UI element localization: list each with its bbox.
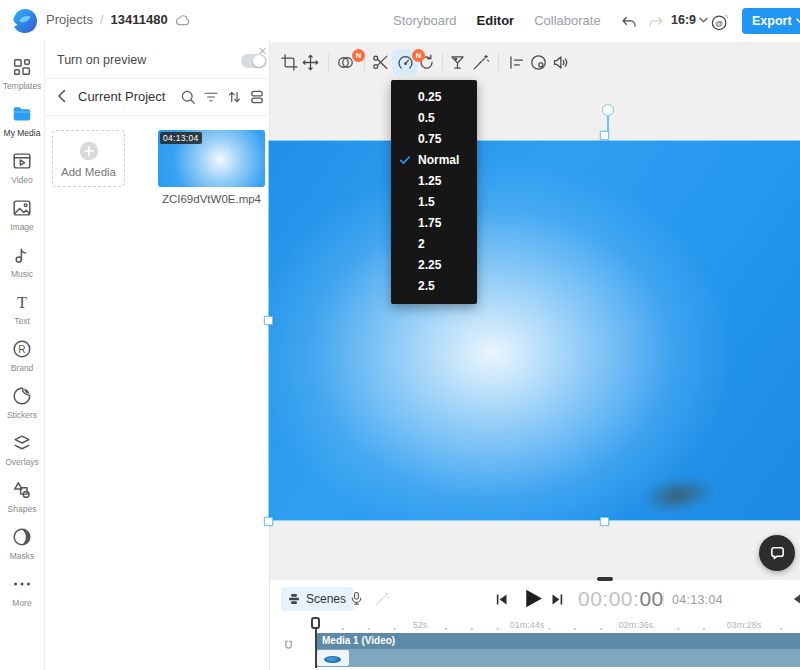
aspect-ratio-select[interactable]: 16:9 bbox=[671, 13, 708, 27]
media-item-thumbnail[interactable]: 04:13:04 bbox=[158, 130, 265, 187]
speed-option-0-75[interactable]: 0.75 bbox=[391, 129, 477, 150]
preview-banner: Turn on preview ✕ bbox=[45, 42, 270, 79]
sidebar-item-image[interactable]: Image bbox=[0, 191, 44, 238]
speed-option-2-5[interactable]: 2.5 bbox=[391, 276, 477, 297]
media-panel: Turn on preview ✕ Current Project bbox=[45, 42, 270, 670]
redo-icon[interactable] bbox=[645, 11, 667, 33]
speed-option-1-25[interactable]: 1.25 bbox=[391, 171, 477, 192]
filter-tool-icon[interactable] bbox=[445, 50, 469, 74]
filter-icon[interactable] bbox=[202, 88, 220, 106]
sidebar-item-shapes[interactable]: Shapes bbox=[0, 473, 44, 520]
resize-handle-bottom-left[interactable] bbox=[264, 517, 273, 526]
playhead-line bbox=[315, 628, 317, 668]
sidebar-item-masks[interactable]: Masks bbox=[0, 520, 44, 567]
back-icon[interactable] bbox=[55, 87, 69, 105]
search-icon[interactable] bbox=[179, 88, 197, 106]
resize-handle-bottom[interactable] bbox=[600, 517, 609, 526]
rotate-handle[interactable] bbox=[602, 104, 614, 116]
sort-icon[interactable] bbox=[225, 88, 243, 106]
sidebar-item-stickers[interactable]: Stickers bbox=[0, 379, 44, 426]
position-tool-icon[interactable] bbox=[298, 50, 322, 74]
layout-view-icon[interactable] bbox=[248, 88, 266, 106]
support-chat-button[interactable] bbox=[759, 535, 795, 571]
speed-option-1-75[interactable]: 1.75 bbox=[391, 213, 477, 234]
breadcrumb: Projects / 13411480 bbox=[46, 12, 192, 27]
tab-storyboard[interactable]: Storyboard bbox=[393, 13, 457, 28]
previous-frame-button[interactable] bbox=[494, 592, 509, 607]
version-history-icon[interactable]: @ bbox=[708, 11, 730, 33]
left-sidebar: Templates My Media Video Image Music T T… bbox=[0, 42, 45, 670]
scenes-button[interactable]: Scenes bbox=[281, 587, 354, 611]
export-button[interactable]: Export bbox=[742, 8, 800, 34]
toolbar-divider bbox=[328, 53, 329, 71]
ruler-label: 01m:44s bbox=[506, 620, 549, 630]
magnet-icon[interactable] bbox=[282, 639, 295, 652]
sidebar-item-video[interactable]: Video bbox=[0, 144, 44, 191]
text-icon: T bbox=[11, 291, 33, 313]
color-tool-icon[interactable] bbox=[526, 50, 550, 74]
project-header: Current Project bbox=[45, 78, 270, 116]
resize-handle-left[interactable] bbox=[264, 316, 273, 325]
svg-text:T: T bbox=[17, 293, 27, 312]
animation-tool-icon[interactable] bbox=[504, 50, 528, 74]
trim-tool-icon[interactable] bbox=[368, 50, 392, 74]
play-button[interactable] bbox=[520, 586, 545, 611]
track-header[interactable]: Media 1 (Video) bbox=[316, 633, 800, 649]
brand-icon: R bbox=[11, 338, 33, 360]
microphone-icon[interactable] bbox=[348, 590, 365, 607]
overlays-icon bbox=[11, 432, 33, 454]
timeline-zoom-icon[interactable] bbox=[791, 592, 800, 606]
new-feature-badge: N bbox=[412, 49, 425, 62]
breadcrumb-projects-link[interactable]: Projects bbox=[46, 12, 93, 27]
add-media-button[interactable]: Add Media bbox=[52, 130, 125, 187]
toolbar-divider bbox=[442, 53, 443, 71]
toolbar-divider bbox=[498, 53, 499, 71]
templates-icon bbox=[11, 56, 33, 78]
blurred-bird bbox=[639, 474, 717, 516]
speed-option-2-25[interactable]: 2.25 bbox=[391, 255, 477, 276]
volume-tool-icon[interactable] bbox=[548, 50, 572, 74]
playhead-marker[interactable] bbox=[311, 617, 320, 629]
next-frame-button[interactable] bbox=[550, 592, 565, 607]
sidebar-item-music[interactable]: Music bbox=[0, 238, 44, 285]
music-icon bbox=[11, 244, 33, 266]
video-canvas[interactable] bbox=[268, 140, 800, 521]
folder-icon bbox=[11, 103, 33, 125]
time-divider bbox=[663, 591, 664, 606]
ruler-label: 03m:28s bbox=[723, 620, 766, 630]
timeline-resize-handle[interactable] bbox=[597, 577, 613, 581]
ruler-label: 52s bbox=[409, 620, 432, 630]
sidebar-item-more[interactable]: More bbox=[0, 567, 44, 614]
image-icon bbox=[11, 197, 33, 219]
app-logo-icon[interactable] bbox=[11, 7, 39, 35]
clip-thumbnail bbox=[317, 650, 349, 666]
current-time: 00:00:00 bbox=[578, 587, 664, 611]
scenes-icon bbox=[287, 592, 301, 606]
project-title: Current Project bbox=[78, 89, 165, 104]
speed-option-0-5[interactable]: 0.5 bbox=[391, 108, 477, 129]
track-clip[interactable] bbox=[316, 649, 800, 667]
speed-dropdown-menu: 0.25 0.5 0.75 Normal 1.25 1.5 1.75 2 2.2… bbox=[391, 80, 477, 304]
close-icon[interactable]: ✕ bbox=[258, 45, 267, 58]
sidebar-item-text[interactable]: T Text bbox=[0, 285, 44, 332]
resize-handle-top[interactable] bbox=[600, 131, 609, 140]
sidebar-item-brand[interactable]: R Brand bbox=[0, 332, 44, 379]
adjust-wand-icon[interactable] bbox=[468, 50, 492, 74]
media-duration-badge: 04:13:04 bbox=[160, 132, 202, 144]
tab-editor[interactable]: Editor bbox=[477, 13, 515, 28]
speed-option-2[interactable]: 2 bbox=[391, 234, 477, 255]
sidebar-item-overlays[interactable]: Overlays bbox=[0, 426, 44, 473]
sidebar-item-templates[interactable]: Templates bbox=[0, 50, 44, 97]
stickers-icon bbox=[11, 385, 33, 407]
speed-option-1-5[interactable]: 1.5 bbox=[391, 192, 477, 213]
speed-option-normal[interactable]: Normal bbox=[391, 150, 477, 171]
sidebar-item-my-media[interactable]: My Media bbox=[0, 97, 44, 144]
tab-collaborate[interactable]: Collaborate bbox=[534, 13, 601, 28]
speed-option-0-25[interactable]: 0.25 bbox=[391, 87, 477, 108]
timeline-ruler[interactable]: 52s 01m:44s 02m:36s 03m:28s bbox=[320, 619, 800, 633]
media-filename: ZCI69dVtW0E.mp4 bbox=[158, 193, 265, 205]
svg-text:R: R bbox=[18, 344, 25, 355]
video-icon bbox=[11, 150, 33, 172]
svg-text:@: @ bbox=[715, 18, 723, 27]
undo-icon[interactable] bbox=[618, 11, 640, 33]
